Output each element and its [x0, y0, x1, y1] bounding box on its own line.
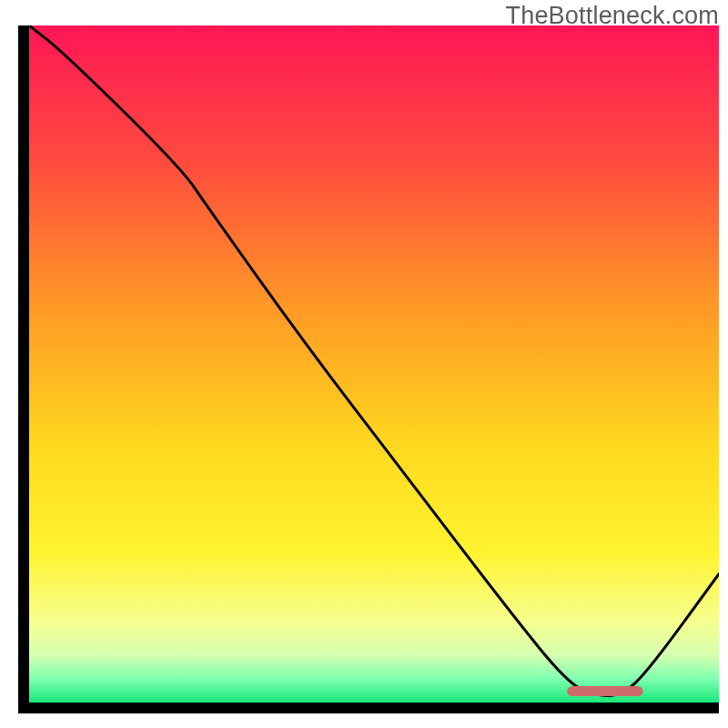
x-axis-bar — [18, 703, 719, 713]
optimal-range-marker — [567, 686, 642, 696]
plot-area — [29, 25, 719, 703]
gradient-background — [29, 25, 719, 703]
chart-frame: TheBottleneck.com — [0, 0, 728, 728]
y-axis-bar — [18, 25, 29, 713]
